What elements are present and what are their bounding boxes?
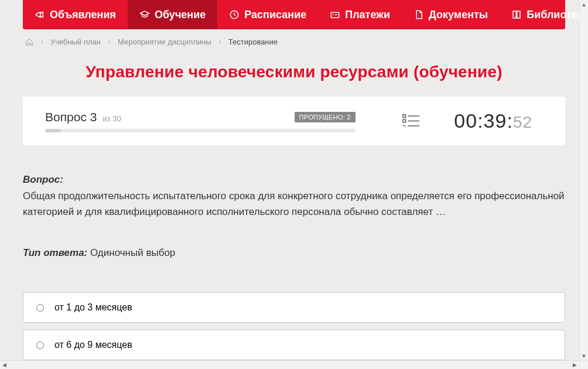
book-icon	[511, 9, 522, 20]
question-list-button[interactable]	[402, 113, 420, 129]
clock-icon	[229, 9, 240, 20]
progress-bar	[45, 129, 355, 132]
scroll-right-arrow[interactable]: ▶	[570, 362, 579, 368]
question-label: Вопрос:	[23, 174, 63, 185]
nav-label: Объявления	[50, 9, 116, 21]
breadcrumb-current: Тестирование	[228, 37, 278, 46]
question-body: Вопрос: Общая продолжительность испытате…	[5, 145, 583, 266]
breadcrumb-link-plan[interactable]: Учебный план	[50, 37, 101, 46]
payment-icon	[330, 9, 340, 20]
timer: 00:39:52	[454, 110, 532, 132]
megaphone-icon	[35, 9, 45, 20]
progress-fill	[45, 129, 61, 132]
graduation-cap-icon	[139, 9, 150, 20]
svg-rect-2	[403, 114, 406, 117]
nav-item-announcements[interactable]: Объявления	[23, 0, 128, 29]
breadcrumb-separator	[217, 39, 223, 45]
nav-label: Платежи	[345, 9, 390, 21]
breadcrumb-link-event[interactable]: Мероприятие дисциплины	[118, 37, 211, 46]
scroll-up-arrow[interactable]: ▲	[580, 0, 588, 9]
page-title: Управление человеческими ресурсами (обуч…	[5, 52, 583, 97]
horizontal-scrollbar[interactable]: ◀ ▶	[0, 360, 579, 369]
scrollbar-corner	[579, 360, 588, 369]
status-card: Вопрос 3 из 30 ПРОПУЩЕНО: 2	[23, 97, 565, 145]
skipped-badge: ПРОПУЩЕНО: 2	[295, 112, 355, 122]
nav-item-documents[interactable]: Документы	[402, 0, 500, 29]
nav-label: Обучение	[155, 9, 206, 21]
question-text: Общая продолжительность испытательного с…	[23, 189, 565, 220]
scroll-area: Объявления Обучение Расписание Платежи Д…	[0, 0, 588, 360]
nav-item-learning[interactable]: Обучение	[128, 0, 217, 29]
nav-label: Расписание	[244, 9, 306, 21]
answer-type: Тип ответа: Одиночный выбор	[23, 245, 565, 261]
main-nav: Объявления Обучение Расписание Платежи Д…	[23, 0, 565, 29]
question-counter: Вопрос 3 из 30	[45, 110, 121, 124]
list-icon	[402, 113, 420, 129]
svg-rect-4	[403, 119, 406, 122]
option-row[interactable]: от 1 до 3 месяцев	[23, 292, 565, 323]
home-icon	[25, 38, 33, 46]
breadcrumb: Учебный план Мероприятие дисциплины Тест…	[5, 29, 583, 52]
option-label: от 1 до 3 месяцев	[54, 302, 132, 313]
vertical-scrollbar[interactable]: ▲ ▼	[579, 0, 588, 360]
app-viewport: Объявления Обучение Расписание Платежи Д…	[0, 0, 588, 369]
option-radio[interactable]	[36, 304, 44, 312]
option-radio[interactable]	[36, 341, 44, 349]
breadcrumb-separator	[39, 39, 45, 45]
nav-item-payments[interactable]: Платежи	[318, 0, 402, 29]
option-row[interactable]: от 6 до 9 месяцев	[23, 330, 565, 360]
document-icon	[413, 9, 424, 20]
nav-item-schedule[interactable]: Расписание	[217, 0, 318, 29]
scroll-left-arrow[interactable]: ◀	[0, 362, 9, 368]
option-label: от 6 до 9 месяцев	[54, 340, 132, 350]
nav-label: Документы	[429, 9, 488, 21]
options-list: от 1 до 3 месяцев от 6 до 9 месяцев	[23, 292, 565, 360]
nav-item-library[interactable]: Библиотека	[500, 0, 588, 29]
scroll-down-arrow[interactable]: ▼	[580, 351, 588, 360]
breadcrumb-home[interactable]	[25, 38, 33, 46]
breadcrumb-separator	[107, 39, 112, 45]
